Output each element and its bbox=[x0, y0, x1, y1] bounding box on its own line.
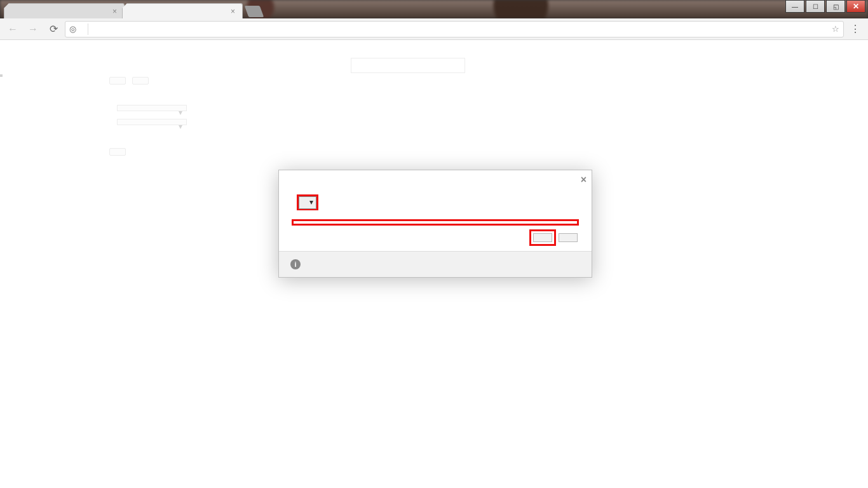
separator bbox=[88, 24, 88, 35]
new-tab-button[interactable] bbox=[245, 6, 264, 17]
minimize-button[interactable]: — bbox=[785, 0, 804, 13]
dialog-close-button[interactable]: × bbox=[581, 174, 587, 186]
close-window-button[interactable]: ✕ bbox=[846, 0, 865, 13]
clear-browsing-data-dialog: × i bbox=[278, 170, 592, 278]
address-bar[interactable]: ◎ ☆ bbox=[65, 21, 844, 37]
time-range-select[interactable] bbox=[299, 196, 316, 209]
dialog-footer: i bbox=[279, 251, 592, 277]
bookmark-star-icon[interactable]: ☆ bbox=[832, 24, 839, 34]
back-button[interactable]: ← bbox=[4, 20, 22, 38]
menu-button[interactable]: ⋮ bbox=[846, 20, 864, 38]
close-tab-icon[interactable]: × bbox=[112, 7, 120, 15]
tab-strip: × × bbox=[0, 0, 766, 18]
maximize-button[interactable]: ☐ bbox=[806, 0, 825, 13]
clear-data-confirm-button[interactable] bbox=[533, 233, 552, 242]
forward-button[interactable]: → bbox=[24, 20, 42, 38]
gear-icon bbox=[127, 6, 136, 15]
cancel-button[interactable] bbox=[559, 233, 578, 242]
history-icon bbox=[9, 6, 18, 15]
close-tab-icon[interactable]: × bbox=[231, 7, 238, 15]
reload-button[interactable]: ⟳ bbox=[44, 20, 62, 38]
site-identity-icon: ◎ bbox=[69, 24, 76, 34]
tab-history[interactable]: × bbox=[4, 3, 125, 18]
info-icon: i bbox=[290, 259, 301, 269]
maximize2-button[interactable]: ◱ bbox=[826, 0, 845, 13]
settings-page: × i bbox=[0, 40, 868, 488]
tab-settings[interactable]: × bbox=[122, 3, 243, 18]
browser-toolbar: ← → ⟳ ◎ ☆ ⋮ bbox=[0, 18, 868, 40]
window-controls: — ☐ ◱ ✕ bbox=[785, 0, 868, 18]
